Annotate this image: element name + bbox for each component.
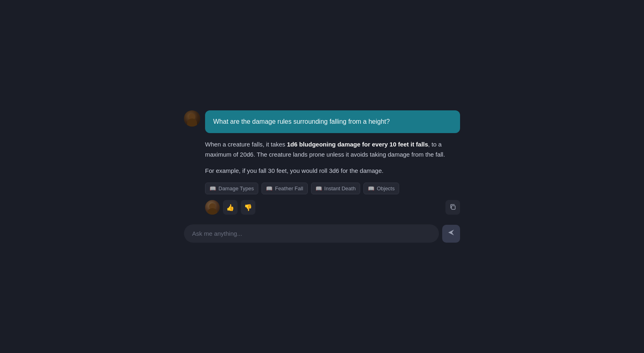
copy-button[interactable] — [445, 200, 460, 215]
ai-text-prefix: When a creature falls, it takes — [205, 141, 287, 148]
thumbs-up-button[interactable]: 👍 — [223, 200, 238, 215]
tags-row: 📖 Damage Types 📖 Feather Fall 📖 Instant … — [205, 183, 460, 194]
ai-bottom-avatar — [205, 200, 220, 215]
user-avatar — [184, 110, 200, 127]
svg-rect-0 — [452, 206, 455, 209]
ai-response-content: When a creature falls, it takes 1d6 blud… — [205, 140, 460, 215]
tag-feather-fall-icon: 📖 — [266, 185, 272, 192]
tag-instant-death-label: Instant Death — [324, 185, 356, 192]
user-message-text: What are the damage rules surrounding fa… — [213, 118, 390, 125]
thumbs-down-button[interactable]: 👎 — [241, 200, 255, 215]
input-row — [184, 224, 460, 243]
ai-response-text: When a creature falls, it takes 1d6 blud… — [205, 140, 460, 176]
tag-feather-fall-label: Feather Fall — [275, 185, 303, 192]
thumbs-down-icon: 👎 — [244, 204, 252, 211]
tag-damage-types-icon: 📖 — [210, 185, 216, 192]
actions-container: 👍 👎 — [205, 200, 460, 215]
copy-icon — [450, 204, 456, 211]
thumbs-up-icon: 👍 — [226, 204, 234, 211]
tag-damage-types-label: Damage Types — [218, 185, 254, 192]
tag-instant-death-icon: 📖 — [316, 185, 322, 192]
tag-objects-icon: 📖 — [368, 185, 374, 192]
chat-input[interactable] — [184, 224, 439, 243]
tag-instant-death[interactable]: 📖 Instant Death — [311, 183, 360, 194]
chat-container: What are the damage rules surrounding fa… — [184, 110, 460, 243]
tag-objects[interactable]: 📖 Objects — [363, 183, 399, 194]
send-button[interactable] — [442, 225, 460, 243]
ai-text-example: For example, if you fall 30 feet, you wo… — [205, 167, 383, 174]
ai-response-row: When a creature falls, it takes 1d6 blud… — [184, 140, 460, 215]
tag-objects-label: Objects — [377, 185, 395, 192]
user-message-row: What are the damage rules surrounding fa… — [184, 110, 460, 133]
ai-text-bold: 1d6 bludgeoning damage for every 10 feet… — [287, 141, 428, 148]
send-icon — [447, 229, 455, 238]
user-bubble: What are the damage rules surrounding fa… — [205, 110, 460, 133]
tag-feather-fall[interactable]: 📖 Feather Fall — [261, 183, 307, 194]
tag-damage-types[interactable]: 📖 Damage Types — [205, 183, 258, 194]
